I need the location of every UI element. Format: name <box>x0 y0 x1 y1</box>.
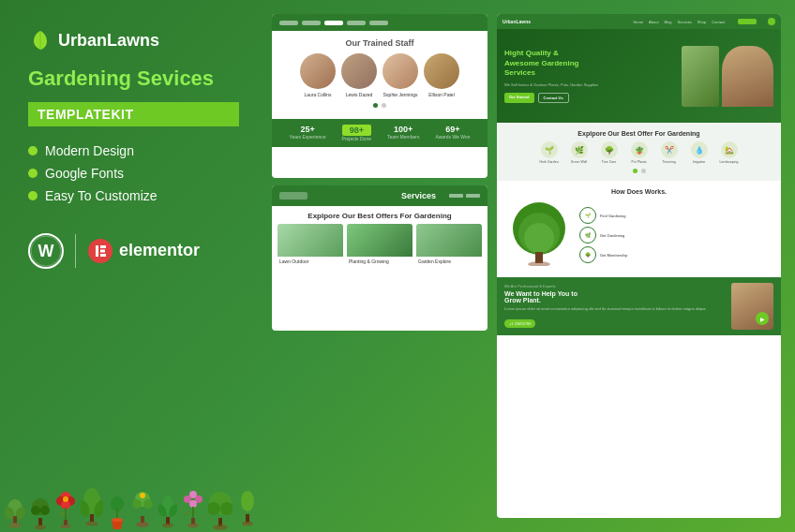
offer-icon-1: 🌱 Herb Garden <box>536 141 562 164</box>
staff-section: Our Trained Staff Laura Collins Lewis Da… <box>279 38 480 108</box>
staff-content: Our Trained Staff Laura Collins Lewis Da… <box>272 31 488 115</box>
svg-text:W: W <box>38 242 54 260</box>
stat-value: 100+ <box>387 125 419 134</box>
screenshot-services[interactable]: Services Explpore Our Best Offers For Ga… <box>272 185 488 331</box>
offer-card-2: Planting & Growing <box>347 224 412 266</box>
offer-title-2: Planting & Growing <box>347 257 412 266</box>
stat-team: 100+ Team Members <box>387 125 419 141</box>
nav-cta-button[interactable] <box>738 19 757 24</box>
svg-point-51 <box>184 510 192 516</box>
hero-title-line1: Hight Quality & <box>504 49 559 57</box>
hiw-step-circle-1: 🌱 <box>579 207 596 224</box>
svg-point-58 <box>213 525 228 530</box>
feature-label: Easy To Customize <box>45 188 158 203</box>
svg-point-53 <box>188 524 199 528</box>
hiw-step-1: 🌱 Find Gardening <box>579 207 773 224</box>
staff-name-2: Lewis Dazed <box>340 92 378 97</box>
staff-card-1: Laura Collins <box>299 53 337 97</box>
offer-icon-circle-2: 🌿 <box>571 141 588 158</box>
screenshot-main[interactable]: UrbanLawns Home About Blog Services Shop… <box>497 14 781 518</box>
nav-dot <box>369 21 388 25</box>
nav-services: Services <box>678 20 692 24</box>
stat-label: Awards We Won <box>435 134 470 140</box>
nav-dot <box>279 21 298 25</box>
cta-play-button[interactable]: ▶ <box>756 312 769 325</box>
hiw-content: 🌱 Find Gardening 🌿 Get Gardening 🌳 Get M… <box>504 200 773 270</box>
staff-card-2: Lewis Dazed <box>340 53 378 97</box>
plant-5 <box>107 480 128 532</box>
staff-card-4: Ellison Patel <box>423 53 460 97</box>
offer-icons-row: 🌱 Herb Garden 🌿 Green Wall 🌳 Tree Care <box>504 141 773 164</box>
hiw-step-label-3: Get Membership <box>600 253 628 258</box>
offer-icon-7: 🏡 Landscaping <box>716 141 742 164</box>
offer-icon-label-6: Irrigation <box>686 160 712 164</box>
svg-point-22 <box>63 496 68 502</box>
big-sc-header: UrbanLawns Home About Blog Services Shop… <box>497 14 781 29</box>
offer-cards: Lawn Outdoor Planting & Growing Garden E… <box>278 224 482 266</box>
template-kit-badge: TEMPLATEKIT <box>28 102 239 126</box>
staff-photo-2 <box>341 53 377 89</box>
divider <box>75 234 76 268</box>
offer-img-3 <box>416 224 482 257</box>
features-list: Modern Design Google Fonts Easy To Custo… <box>28 143 239 211</box>
bullet-icon <box>28 169 38 178</box>
offer-icon-circle-4: 🪴 <box>631 141 648 158</box>
powered-by: W elementor <box>28 233 239 269</box>
stat-projects: 98+ Projects Done <box>342 125 371 141</box>
offer-img-1 <box>278 224 343 257</box>
section-offers: Explpore Our Best Offer For Gardening 🌱 … <box>497 123 781 181</box>
offer-icon-circle-5: ✂️ <box>661 141 678 158</box>
cta-badge: We Are Professional & Experts <box>504 284 726 288</box>
staff-photo-3 <box>382 53 418 89</box>
svg-point-37 <box>143 499 153 509</box>
staff-name-1: Laura Collins <box>299 92 337 97</box>
services-logo <box>279 192 308 200</box>
big-screenshot-content: UrbanLawns Home About Blog Services Shop… <box>497 14 781 518</box>
cta-title-line2: Grow Plant. <box>504 297 541 303</box>
hero-title-line3: Services <box>504 68 535 77</box>
section-offers-title: Explpore Our Best Offer For Gardening <box>504 130 773 137</box>
cta-image: ▶ <box>731 283 773 330</box>
staff-name-4: Ellison Patel <box>423 92 460 97</box>
plants-row <box>0 466 262 532</box>
staff-photo-4 <box>424 53 459 89</box>
cta-phone[interactable]: +1 23456789 <box>504 319 535 328</box>
screenshots-left: Our Trained Staff Laura Collins Lewis Da… <box>272 14 488 518</box>
nav-home: Home <box>633 20 643 24</box>
svg-point-59 <box>241 491 254 511</box>
offers-title: Explpore Our Best Offers For Gardening <box>278 212 482 220</box>
big-sc-nav: Home About Blog Services Shop Contact <box>633 20 725 24</box>
carousel-dot <box>382 103 386 108</box>
svg-rect-4 <box>96 245 98 257</box>
offer-icon-circle-6: 💧 <box>691 141 708 158</box>
nav-item <box>449 194 463 198</box>
hiw-step-2: 🌿 Get Gardening <box>579 227 773 244</box>
hiw-title: How Does Works. <box>504 188 773 195</box>
feature-easy-customize: Easy To Customize <box>28 188 239 203</box>
big-sc-logo: UrbanLawns <box>502 19 531 24</box>
offers-section: Explpore Our Best Offers For Gardening L… <box>272 206 488 272</box>
feature-modern-design: Modern Design <box>28 143 239 158</box>
staff-photo-1 <box>300 53 336 89</box>
hero-section: Hight Quality & Awesome Gardening Servic… <box>497 29 781 123</box>
plant-9 <box>208 480 232 532</box>
stat-years: 25+ Years Experience <box>290 125 326 141</box>
feature-label: Modern Design <box>45 143 134 158</box>
dot-active <box>633 169 638 173</box>
svg-point-31 <box>85 522 98 526</box>
svg-point-36 <box>132 499 142 509</box>
offer-icon-label-3: Tree Care <box>596 160 622 164</box>
hero-btn-primary[interactable]: Get Started <box>504 93 534 103</box>
offer-icon-label-1: Herb Garden <box>536 160 562 164</box>
screenshot-staff[interactable]: Our Trained Staff Laura Collins Lewis Da… <box>272 14 488 178</box>
plant-1 <box>5 480 26 532</box>
offer-icon-5: ✂️ Trimming <box>656 141 682 164</box>
hero-btn-secondary[interactable]: Contact Us <box>538 93 569 103</box>
svg-rect-6 <box>100 249 105 252</box>
hiw-tree-svg <box>504 200 575 266</box>
how-it-works: How Does Works. <box>497 181 781 277</box>
left-panel: UrbanLawns Gardening Sevices TEMPLATEKIT… <box>0 0 262 532</box>
tagline: Gardening Sevices <box>28 66 239 93</box>
offer-title-1: Lawn Outdoor <box>278 257 343 266</box>
hiw-step-label-2: Get Gardening <box>600 233 624 238</box>
